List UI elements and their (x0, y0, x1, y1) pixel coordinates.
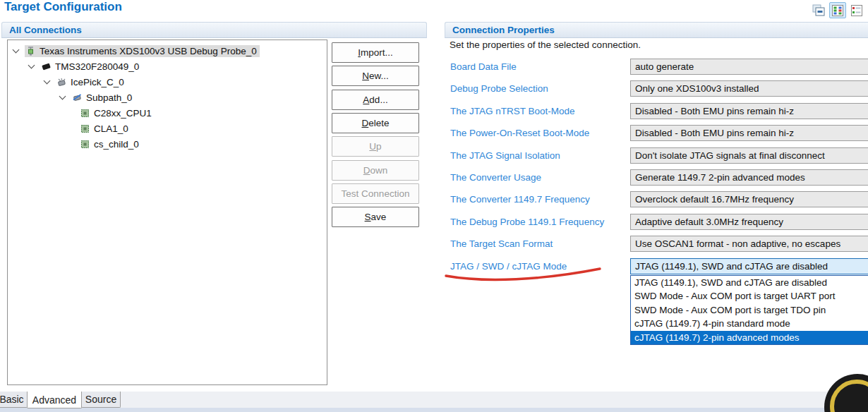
bottom-strip (0, 408, 868, 412)
cpu-core-icon (80, 123, 90, 134)
tree-item[interactable]: TMS320F280049_0 (40, 61, 142, 73)
down-button: Down (332, 160, 419, 181)
dropdown-option[interactable]: cJTAG (1149.7) 4-pin standard mode (631, 317, 868, 330)
chevron-down-icon[interactable] (28, 61, 35, 68)
property-row: The Power-On-Reset Boot-Mode Disabled - … (445, 125, 868, 141)
collapse-section-icon[interactable] (810, 2, 827, 18)
tree-selection[interactable]: Texas Instruments XDS100v3 USB Debug Pro… (25, 45, 260, 57)
property-row: The Converter Usage Generate 1149.7 2-pi… (445, 169, 868, 186)
chevron-down-icon[interactable] (59, 92, 66, 99)
property-value-box[interactable]: Don't isolate JTAG signals at final disc… (630, 147, 868, 164)
tree-row-subpath[interactable]: Subpath_0 (60, 90, 135, 105)
tree-item-label: C28xx_CPU1 (94, 108, 152, 119)
property-label: The JTAG Signal Isolation (450, 147, 560, 164)
import-button[interactable]: Import... (332, 42, 419, 63)
jtag-mode-dropdown-list: JTAG (1149.1), SWD and cJTAG are disable… (630, 275, 868, 345)
tree-item[interactable]: CLA1_0 (79, 123, 131, 135)
dropdown-option[interactable]: JTAG (1149.1), SWD and cJTAG are disable… (631, 276, 868, 289)
property-value-box[interactable]: Generate 1149.7 2-pin advanced modes (630, 169, 868, 186)
save-button[interactable]: Save (332, 207, 419, 227)
corner-logo-ring (830, 380, 868, 412)
tree-item[interactable]: Subpath_0 (71, 92, 135, 104)
target-configuration-page: Target Configuration (0, 0, 868, 412)
grid-properties-view-icon[interactable] (829, 2, 846, 18)
property-label: The Target Scan Format (450, 236, 553, 252)
tab-source[interactable]: Source (81, 392, 121, 408)
tree-row-icepick[interactable]: IcePick_C_0 (44, 74, 127, 90)
tree-row-device[interactable]: TMS320F280049_0 (29, 59, 142, 74)
property-value-box[interactable]: Only one XDS100v3 installed (630, 80, 868, 97)
property-row: Debug Probe Selection Only one XDS100v3 … (445, 80, 868, 97)
connection-properties-header: Connection Properties (445, 22, 868, 38)
property-row: The Target Scan Format Use OSCAN1 format… (445, 236, 868, 252)
tree-item[interactable]: IcePick_C_0 (56, 76, 127, 88)
chevron-down-icon[interactable] (13, 46, 20, 53)
tab-advanced[interactable]: Advanced (27, 392, 82, 408)
property-label: The JTAG nTRST Boot-Mode (450, 103, 575, 119)
test-connection-button: Test Connection (332, 183, 419, 204)
property-label: The Debug Probe 1149.1 Frequency (450, 214, 604, 230)
delete-button[interactable]: Delete (332, 113, 419, 133)
property-label: Debug Probe Selection (450, 80, 548, 97)
property-row: The Converter 1149.7 Frequency Overclock… (445, 191, 868, 207)
tree-item-label: Subpath_0 (86, 92, 132, 103)
property-value-box[interactable]: Adaptive default 3.0MHz frequency (630, 214, 868, 230)
jtag-mode-row: JTAG / SWD / cJTAG Mode JTAG (1149.1), S… (445, 258, 868, 274)
page-title: Target Configuration (4, 0, 122, 14)
property-row: The Debug Probe 1149.1 Frequency Adaptiv… (445, 214, 868, 230)
up-button: Up (332, 136, 419, 157)
add-button[interactable]: Add... (332, 90, 419, 110)
cpu-core-icon (80, 139, 90, 150)
properties-subtitle: Set the properties of the selected conne… (450, 40, 641, 50)
property-value-box[interactable]: Disabled - Both EMU pins remain hi-z (630, 103, 868, 119)
property-value-box[interactable]: Disabled - Both EMU pins remain hi-z (630, 125, 868, 141)
all-connections-header: All Connections (1, 22, 427, 38)
dropdown-option-highlighted[interactable]: cJTAG (1149.7) 2-pin advanced modes (631, 331, 868, 344)
tree-item-label: IcePick_C_0 (71, 77, 124, 87)
tree-item-label: Texas Instruments XDS100v3 USB Debug Pro… (40, 46, 257, 56)
tab-basic[interactable]: Basic (0, 392, 28, 408)
corner-logo (824, 374, 868, 412)
property-label: The Power-On-Reset Boot-Mode (450, 125, 589, 141)
tree-item[interactable]: cs_child_0 (79, 138, 142, 150)
device-chip-icon (41, 61, 52, 72)
tree-item[interactable]: C28xx_CPU1 (79, 107, 155, 119)
jtag-mode-label: JTAG / SWD / cJTAG Mode (450, 258, 567, 274)
debug-probe-icon (25, 46, 36, 56)
tree-row-cpu1[interactable]: C28xx_CPU1 (79, 105, 155, 121)
property-value-box[interactable]: auto generate (630, 59, 868, 75)
tree-row-cla1[interactable]: CLA1_0 (79, 121, 131, 136)
tree-item-label: cs_child_0 (94, 139, 139, 150)
icepick-router-icon (56, 77, 67, 87)
property-value-box[interactable]: Overclock default 16.7MHz frequency (630, 191, 868, 207)
list-properties-view-icon[interactable] (848, 2, 865, 18)
connection-properties-title: Connection Properties (445, 23, 868, 37)
dropdown-option[interactable]: SWD Mode - Aux COM port is target TDO pi… (631, 303, 868, 317)
subpath-icon (72, 92, 83, 103)
property-label: The Converter 1149.7 Frequency (450, 191, 590, 207)
cpu-core-icon (80, 108, 90, 119)
all-connections-title: All Connections (2, 23, 426, 37)
property-value-box[interactable]: Use OSCAN1 format - non adaptive, no esc… (630, 236, 868, 252)
connections-tree-panel: Texas Instruments XDS100v3 USB Debug Pro… (7, 40, 327, 385)
tree-item-label: TMS320F280049_0 (55, 61, 139, 72)
tree-row-cs-child[interactable]: cs_child_0 (79, 136, 142, 152)
new-button[interactable]: New... (332, 66, 419, 86)
chevron-down-icon[interactable] (44, 77, 51, 84)
property-row: The JTAG Signal Isolation Don't isolate … (445, 147, 868, 164)
bottom-tab-bar: Basic Advanced Source (0, 392, 868, 408)
jtag-mode-combobox[interactable]: JTAG (1149.1), SWD and cJTAG are disable… (630, 258, 868, 274)
dropdown-option[interactable]: SWD Mode - Aux COM port is target UART p… (631, 289, 868, 303)
property-label: Board Data File (450, 59, 517, 75)
property-label: The Converter Usage (450, 169, 541, 186)
property-row: The JTAG nTRST Boot-Mode Disabled - Both… (445, 103, 868, 119)
tree-item-label: CLA1_0 (94, 123, 128, 134)
property-row: Board Data File auto generate (445, 59, 868, 75)
tree-row-debug-probe[interactable]: Texas Instruments XDS100v3 USB Debug Pro… (13, 43, 260, 59)
view-toolbar (810, 2, 865, 18)
